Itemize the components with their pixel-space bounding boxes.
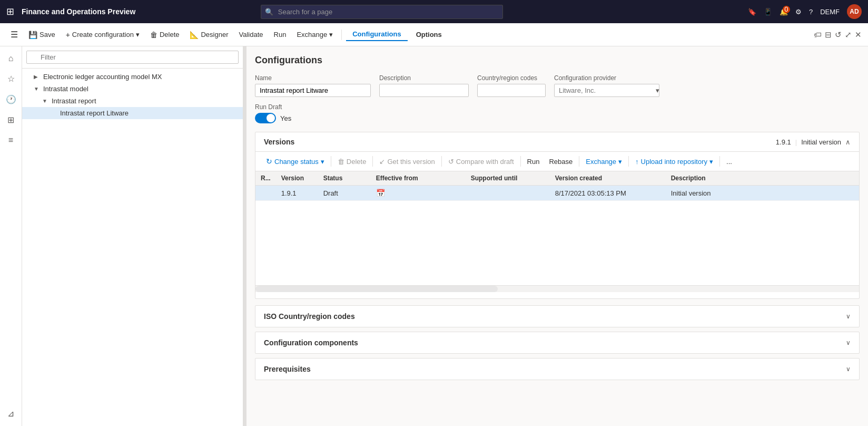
sep2 <box>372 156 373 167</box>
version-separator: | <box>795 138 797 146</box>
search-input[interactable] <box>261 5 503 19</box>
search-icon: 🔍 <box>265 8 273 16</box>
bookmark2-icon[interactable]: 🏷 <box>814 30 822 39</box>
validate-button[interactable]: Validate <box>235 28 268 41</box>
create-dropdown-icon: ▾ <box>136 31 140 38</box>
upload-repo-btn[interactable]: ↑ Upload into repository ▾ <box>631 156 717 168</box>
run-button[interactable]: Run <box>270 28 291 41</box>
config-components-header[interactable]: Configuration components ∨ <box>255 332 859 353</box>
filter2-icon[interactable]: ⊿ <box>4 405 17 422</box>
app-title: Finance and Operations Preview <box>22 7 135 16</box>
toolbar-separator <box>341 30 342 40</box>
sep1 <box>331 156 331 167</box>
sep4 <box>520 156 521 167</box>
phone-icon[interactable]: 📱 <box>764 8 772 16</box>
col-status: Status <box>318 171 371 186</box>
refresh-icon[interactable]: ↺ <box>835 30 842 40</box>
upload-icon: ↑ <box>635 158 639 166</box>
configurations-tab[interactable]: Configurations <box>346 28 407 41</box>
filter-input[interactable] <box>26 51 239 64</box>
home-icon[interactable]: ⌂ <box>5 51 17 66</box>
exchange-dropdown-icon: ▾ <box>329 31 333 38</box>
notification-count: 0 <box>783 6 790 13</box>
table-row[interactable]: 1.9.1 Draft 📅 8/17/2021 03:05:13 PM Init… <box>255 186 859 201</box>
config-components-title: Configuration components <box>264 338 358 347</box>
scrollbar-thumb <box>255 286 498 292</box>
list-icon[interactable]: ≡ <box>5 132 16 148</box>
grid-icon[interactable]: ⊞ <box>6 6 14 17</box>
save-button[interactable]: 💾 Save <box>24 28 60 41</box>
calendar-icon[interactable]: 📅 <box>376 189 385 197</box>
left-panel: 🔍 ▶ Electronic ledger accounting model M… <box>22 46 243 426</box>
star-icon[interactable]: ☆ <box>4 71 18 87</box>
toolbar-right: 🏷 ⊟ ↺ ⤢ ✕ <box>814 30 862 40</box>
provider-input[interactable] <box>555 84 652 96</box>
delete-button[interactable]: 🗑 Delete <box>146 28 184 41</box>
versions-header: Versions 1.9.1 | Initial version ∧ <box>255 132 859 152</box>
iso-section: ISO Country/region codes ∨ <box>255 305 860 327</box>
hamburger-btn[interactable]: ☰ <box>6 27 22 42</box>
compare-icon: ↺ <box>448 158 454 166</box>
run-draft-toggle[interactable] <box>255 113 276 123</box>
notification-bell[interactable]: 🔔 0 <box>780 8 788 16</box>
more-btn[interactable]: ... <box>722 156 736 168</box>
exchange-ver-btn[interactable]: Exchange ▾ <box>581 156 626 168</box>
clock-icon[interactable]: 🕐 <box>3 91 19 108</box>
prerequisites-header[interactable]: Prerequisites ∨ <box>255 359 859 380</box>
expand-icon-2: ▼ <box>34 86 41 92</box>
name-label: Name <box>255 74 371 82</box>
filter-wrap: 🔍 <box>26 51 239 64</box>
iso-title: ISO Country/region codes <box>264 312 355 321</box>
description-input[interactable] <box>379 84 469 97</box>
change-status-dropdown: ▾ <box>321 158 324 166</box>
tree-item-1[interactable]: ▶ Electronic ledger accounting model MX <box>22 71 243 83</box>
versions-collapse-icon[interactable]: ∧ <box>845 138 851 146</box>
create-config-button[interactable]: + Create configuration ▾ <box>62 28 144 41</box>
tree-label-2: Intrastat model <box>43 85 88 93</box>
compare-draft-btn[interactable]: ↺ Compare with draft <box>444 156 518 168</box>
col-r: R... <box>255 171 276 186</box>
settings-icon[interactable]: ⚙ <box>795 8 802 16</box>
sep3 <box>441 156 442 167</box>
iso-header[interactable]: ISO Country/region codes ∨ <box>255 306 859 327</box>
provider-dropdown-icon[interactable]: ▾ <box>652 84 664 96</box>
get-version-btn[interactable]: ↙ Get this version <box>375 156 439 168</box>
content-area: Configurations Name Description Country/… <box>246 46 868 426</box>
tree-item-2[interactable]: ▼ Intrastat model <box>22 83 243 95</box>
change-status-btn[interactable]: ↻ Change status ▾ <box>262 155 329 168</box>
expand-icon[interactable]: ⤢ <box>845 30 852 40</box>
tree-item-4[interactable]: Intrastat report Litware <box>22 107 243 119</box>
run-draft-value: Yes <box>280 114 291 122</box>
country-input[interactable] <box>477 84 546 97</box>
run-draft-section: Run Draft Yes <box>255 103 860 123</box>
delete-icon: 🗑 <box>338 158 344 166</box>
provider-label: Configuration provider <box>554 74 659 82</box>
iso-chevron: ∨ <box>846 313 851 320</box>
tree-item-3[interactable]: ▼ Intrastat report <box>22 95 243 107</box>
user-avatar[interactable]: AD <box>847 4 862 19</box>
layout-icon[interactable]: ⊟ <box>825 30 832 40</box>
version-info: 1.9.1 | Initial version ∧ <box>776 138 851 146</box>
options-tab[interactable]: Options <box>410 28 448 41</box>
grid2-icon[interactable]: ⊞ <box>4 112 17 128</box>
cell-supported <box>466 186 550 201</box>
designer-button[interactable]: 📐 Designer <box>185 28 232 41</box>
close-icon[interactable]: ✕ <box>855 30 862 40</box>
run-ver-btn[interactable]: Run <box>523 156 544 168</box>
main-toolbar: ☰ 💾 Save + Create configuration ▾ 🗑 Dele… <box>0 23 868 46</box>
name-input[interactable] <box>255 84 371 97</box>
cell-effective: 📅 <box>371 186 466 201</box>
rebase-ver-btn[interactable]: Rebase <box>545 156 577 168</box>
exchange-ver-dropdown: ▾ <box>618 158 622 166</box>
config-tree: ▶ Electronic ledger accounting model MX … <box>22 69 243 426</box>
exchange-button[interactable]: Exchange ▾ <box>292 28 337 41</box>
upload-dropdown: ▾ <box>709 158 713 166</box>
col-version: Version <box>276 171 318 186</box>
bookmark-icon[interactable]: 🔖 <box>748 8 756 16</box>
help-icon[interactable]: ? <box>809 8 813 16</box>
tree-label-1: Electronic ledger accounting model MX <box>43 73 162 81</box>
versions-table-scroll[interactable]: R... Version Status Effective from Suppo… <box>255 171 859 285</box>
col-created: Version created <box>550 171 666 186</box>
delete-ver-btn[interactable]: 🗑 Delete <box>333 156 371 168</box>
tree-label-3: Intrastat report <box>52 97 96 105</box>
